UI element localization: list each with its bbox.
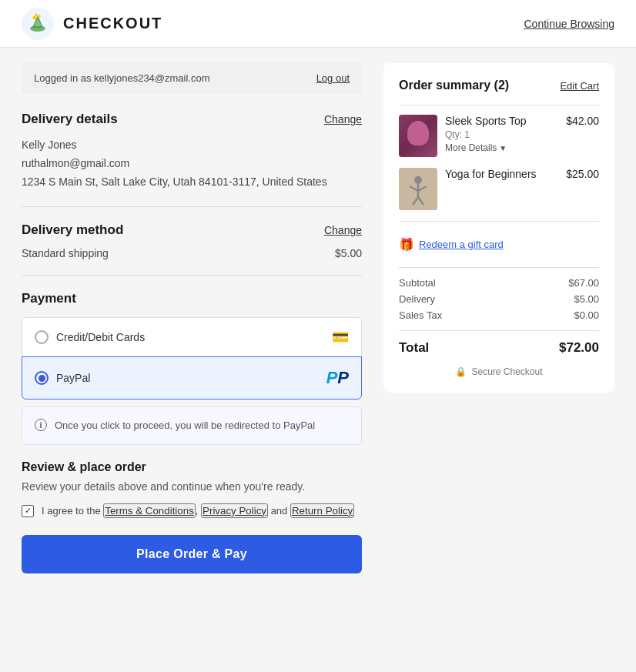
header-left: CHECKOUT [22,8,162,40]
delivery-name: Kelly Jones [22,136,362,155]
delivery-method-title: Delivery method [22,222,123,238]
divider-1 [22,206,362,207]
and-text: and [271,505,288,517]
item-qty-1: Qty: 1 [445,129,558,140]
secure-checkout-text: Secure Checkout [471,366,542,377]
page-content: Logged in as kellyjones234@zmail.com Log… [0,48,636,589]
item-details-2: Yoga for Beginners [445,168,558,182]
gift-icon: 🎁 [399,237,414,252]
terms-conditions-link[interactable]: Terms & Conditions [103,503,196,518]
item-name-2: Yoga for Beginners [445,168,558,180]
return-policy-link[interactable]: Return Policy [290,503,354,518]
delivery-details-section: Delivery details Change Kelly Jones ruth… [22,112,362,191]
header: CHECKOUT Continue Browsing [0,0,636,48]
sports-top-thumbnail [399,115,437,157]
delivery-cost-value: $5.00 [574,293,599,305]
privacy-policy-link[interactable]: Privacy Policy [201,503,268,518]
item-details-1: Sleek Sports Top Qty: 1 More Details ▼ [445,115,558,153]
order-item-1: Sleek Sports Top Qty: 1 More Details ▼ $… [399,115,599,157]
terms-text: I agree to the Terms & Conditions, Priva… [42,503,354,520]
paypal-radio[interactable] [35,371,49,385]
order-summary-box: Order summary (2) Edit Cart Sleek Sports… [383,63,614,393]
page-title: CHECKOUT [63,15,162,32]
paypal-info-box: i Once you click to proceed, you will be… [22,406,362,445]
payment-option-paypal[interactable]: PayPal PP [22,356,362,400]
login-status-text: Logged in as kellyjones234@zmail.com [34,72,210,84]
secure-checkout: 🔒 Secure Checkout [399,366,599,377]
svg-point-6 [35,13,38,15]
yoga-thumbnail [399,168,437,210]
item-name-1: Sleek Sports Top [445,115,558,127]
svg-point-8 [414,176,422,184]
credit-radio[interactable] [35,330,49,344]
tax-row: Sales Tax $0.00 [399,309,599,321]
order-item-2: Yoga for Beginners $25.00 [399,168,599,210]
subtotal-label: Subtotal [399,277,436,289]
item-image-sports-top [399,115,437,157]
delivery-email: ruthalmon@gmail.com [22,155,362,173]
payment-option-paypal-left: PayPal [35,371,90,385]
delivery-method-name: Standard shipping [22,247,109,259]
continue-browsing-button[interactable]: Continue Browsing [524,18,614,30]
gift-card-row: 🎁 Redeem a gift card [399,231,599,258]
total-value: $72.00 [559,340,599,356]
svg-point-4 [33,15,37,19]
divider-2 [22,275,362,276]
order-divider-2 [399,221,599,222]
total-row: Total $72.00 [399,340,599,356]
subtotal-row: Subtotal $67.00 [399,277,599,289]
total-label: Total [399,340,429,356]
info-icon: i [35,419,47,431]
terms-row: ✓ I agree to the Terms & Conditions, Pri… [22,503,362,520]
paypal-label: PayPal [56,372,90,384]
delivery-cost-row: Delivery $5.00 [399,293,599,305]
checkbox-check-icon: ✓ [25,506,32,516]
delivery-method-row: Standard shipping $5.00 [22,247,362,259]
review-description: Review your details above and continue w… [22,480,362,493]
payment-option-credit-left: Credit/Debit Cards [35,330,145,344]
order-summary-header: Order summary (2) Edit Cart [399,79,599,92]
tax-label: Sales Tax [399,309,442,321]
tax-value: $0.00 [574,309,599,321]
item-price-1: $42.00 [566,115,599,127]
place-order-button[interactable]: Place Order & Pay [22,535,362,573]
left-column: Logged in as kellyjones234@zmail.com Log… [22,63,362,573]
review-section: Review & place order Review your details… [22,460,362,573]
delivery-method-section: Delivery method Change Standard shipping… [22,222,362,259]
logout-button[interactable]: Log out [316,72,350,84]
payment-section: Payment Credit/Debit Cards 💳 PayPal [22,291,362,445]
delivery-cost-label: Delivery [399,293,435,305]
edit-cart-button[interactable]: Edit Cart [560,80,599,92]
credit-card-icon: 💳 [332,329,349,346]
credit-label: Credit/Debit Cards [56,331,145,343]
more-details-button-1[interactable]: More Details ▼ [445,142,507,153]
subtotal-value: $67.00 [568,277,599,289]
delivery-method-change-button[interactable]: Change [324,224,362,236]
terms-prefix: I agree to the [42,505,101,517]
delivery-details-change-button[interactable]: Change [324,113,362,125]
payment-option-credit[interactable]: Credit/Debit Cards 💳 [22,317,362,357]
more-details-label: More Details [445,142,497,153]
delivery-info: Kelly Jones ruthalmon@gmail.com 1234 S M… [22,136,362,191]
redeem-gift-card-button[interactable]: Redeem a gift card [419,239,504,250]
chevron-down-icon: ▼ [499,144,507,152]
paypal-radio-inner [38,375,45,382]
svg-point-5 [38,15,41,18]
terms-checkbox[interactable]: ✓ [22,505,34,517]
item-price-2: $25.00 [566,168,599,180]
order-divider-4 [399,330,599,331]
item-image-yoga [399,168,437,210]
login-bar: Logged in as kellyjones234@zmail.com Log… [22,63,362,93]
review-title: Review & place order [22,460,362,474]
paypal-logo-icon: PP [326,368,349,388]
order-summary-title: Order summary (2) [399,79,509,92]
delivery-address: 1234 S Main St, Salt Lake City, Utah 841… [22,173,362,192]
payment-title: Payment [22,291,362,306]
order-divider-3 [399,267,599,268]
yoga-svg [399,168,437,210]
delivery-details-title: Delivery details [22,112,118,127]
delivery-details-header: Delivery details Change [22,112,362,127]
order-divider-1 [399,105,599,105]
delivery-method-header: Delivery method Change [22,222,362,238]
logo-icon [22,8,54,40]
